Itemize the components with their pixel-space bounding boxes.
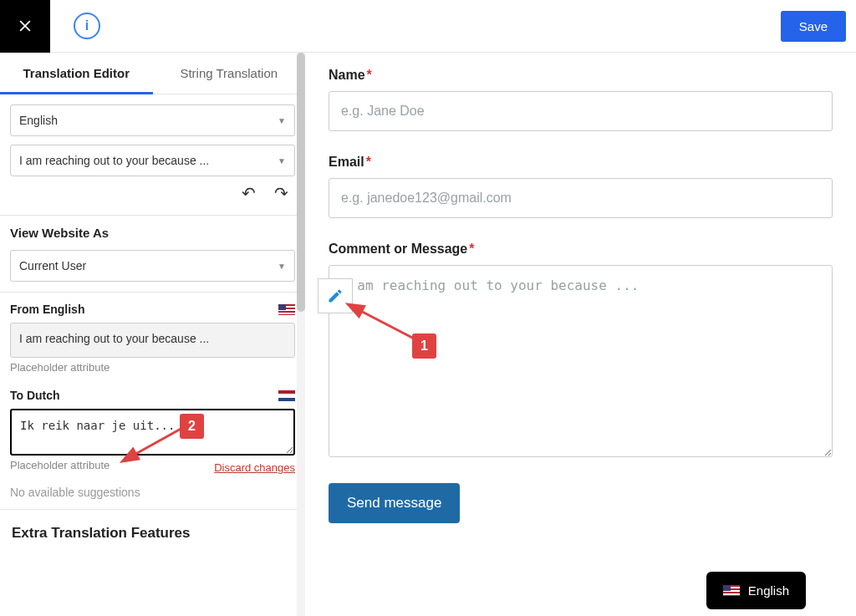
language-select-value: English (19, 114, 58, 127)
redo-icon[interactable]: ↷ (274, 183, 288, 203)
svg-line-3 (349, 305, 414, 339)
arrow-annotation-1 (343, 301, 418, 343)
email-input[interactable] (329, 178, 833, 218)
language-switcher[interactable]: English (706, 572, 806, 609)
no-suggestions-text: No available suggestions (10, 486, 295, 499)
view-as-value: Current User (19, 259, 86, 272)
sidebar: Translation Editor String Translation En… (0, 53, 305, 616)
info-icon[interactable]: i (74, 13, 100, 39)
message-label: Comment or Message* (329, 242, 833, 257)
callout-badge-2: 2 (180, 414, 204, 439)
from-label: From English (10, 303, 84, 316)
send-message-button[interactable]: Send message (329, 483, 460, 523)
view-as-title: View Website As (10, 226, 295, 240)
save-button[interactable]: Save (781, 11, 846, 42)
us-flag-icon (723, 585, 740, 596)
to-label: To Dutch (10, 389, 60, 402)
scrollbar-thumb[interactable] (297, 53, 305, 312)
pencil-icon (327, 288, 344, 304)
language-switcher-label: English (748, 583, 789, 598)
nl-flag-icon (278, 390, 295, 401)
name-label: Name* (329, 68, 833, 83)
string-select[interactable]: I am reaching out to your because ... ▼ (10, 145, 295, 176)
translation-hint: Placeholder attribute (10, 459, 110, 471)
tab-bar: Translation Editor String Translation (0, 53, 305, 94)
tab-string-translation[interactable]: String Translation (153, 53, 306, 94)
extra-features-heading: Extra Translation Features (0, 510, 305, 547)
topbar: i Save (0, 0, 856, 53)
discard-changes-link[interactable]: Discard changes (214, 461, 295, 474)
close-icon (17, 18, 33, 34)
tab-translation-editor[interactable]: Translation Editor (0, 53, 153, 94)
chevron-down-icon: ▼ (278, 156, 286, 165)
required-mark: * (366, 155, 371, 169)
required-mark: * (469, 242, 474, 256)
name-input[interactable] (329, 91, 833, 131)
us-flag-icon (278, 304, 295, 315)
message-textarea[interactable] (329, 265, 833, 457)
callout-badge-1: 1 (412, 333, 436, 359)
view-as-select[interactable]: Current User ▼ (10, 250, 295, 282)
undo-icon[interactable]: ↶ (242, 183, 256, 203)
source-text: I am reaching out to your because ... (10, 323, 295, 358)
close-button[interactable] (0, 0, 50, 53)
language-select[interactable]: English ▼ (10, 104, 295, 136)
chevron-down-icon: ▼ (278, 116, 286, 125)
string-select-value: I am reaching out to your because ... (19, 154, 209, 167)
required-mark: * (367, 68, 372, 82)
email-label: Email* (329, 155, 833, 170)
svg-line-5 (124, 427, 184, 461)
source-hint: Placeholder attribute (10, 361, 295, 374)
arrow-annotation-2 (117, 423, 188, 465)
chevron-down-icon: ▼ (278, 262, 286, 271)
scrollbar-track[interactable] (297, 53, 305, 616)
